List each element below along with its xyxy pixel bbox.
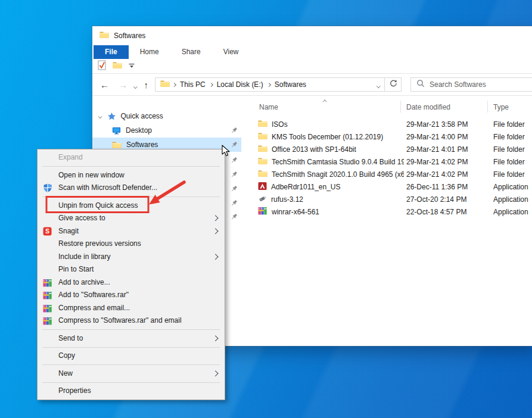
breadcrumb[interactable]: This PC Local Disk (E:) Softwares: [155, 77, 385, 92]
file-type: Application: [493, 195, 532, 204]
customize-toolbar-button[interactable]: [128, 61, 135, 71]
file-name-cell[interactable]: AdbeRdr1011_en_US: [256, 182, 404, 192]
file-type: Application: [493, 183, 532, 191]
up-button[interactable]: ↑: [144, 80, 149, 89]
winrar-icon: [42, 316, 52, 326]
breadcrumb-this-pc[interactable]: This PC: [180, 80, 206, 89]
menu-item-label: Copy: [58, 351, 75, 360]
file-type: File folder: [493, 120, 532, 129]
file-name-cell[interactable]: ISOs: [256, 120, 404, 129]
file-date-modified: 29-Mar-21 3:58 PM: [404, 120, 493, 129]
desktop-wallpaper: Softwares File Home Share View ← → ↑ Thi…: [0, 0, 532, 418]
sidebar-item-quick-access[interactable]: Quick access: [92, 109, 241, 123]
column-divider[interactable]: [487, 101, 488, 113]
menu-item-label: Restore previous versions: [58, 239, 141, 248]
menu-item-unpin-from-quick-access[interactable]: Unpin from Quick access: [38, 199, 225, 213]
winrar-icon: [258, 207, 267, 217]
folder-icon: [160, 80, 170, 89]
sidebar-item-desktop[interactable]: Desktop: [92, 123, 241, 138]
recent-locations-button[interactable]: [134, 79, 137, 90]
pin-icon[interactable]: [231, 157, 238, 164]
menu-item-copy[interactable]: Copy: [38, 350, 225, 363]
menu-separator: [42, 347, 220, 348]
pin-icon[interactable]: [231, 141, 238, 148]
column-header-name[interactable]: Name: [259, 103, 278, 111]
file-name: Office 2013 with SP1-64bit: [272, 145, 356, 154]
menu-item-new[interactable]: New: [38, 367, 225, 380]
refresh-icon: [389, 79, 397, 90]
breadcrumb-softwares[interactable]: Softwares: [275, 80, 306, 89]
file-name-cell[interactable]: Office 2013 with SP1-64bit: [256, 145, 404, 154]
file-name: rufus-3.12: [271, 195, 303, 204]
window-title: Softwares: [114, 32, 145, 40]
sort-ascending-icon: [323, 100, 326, 104]
menu-item-send-to[interactable]: Send to: [38, 332, 225, 345]
column-divider[interactable]: [400, 101, 401, 113]
file-row[interactable]: Office 2013 with SP1-64bit29-Mar-21 4:01…: [256, 143, 532, 155]
forward-button[interactable]: →: [119, 80, 127, 89]
rufus-icon: [258, 194, 267, 205]
file-name-cell[interactable]: winrar-x64-561: [256, 207, 404, 217]
column-header-type[interactable]: Type: [493, 103, 509, 111]
new-folder-button[interactable]: [113, 61, 122, 71]
file-row[interactable]: ISOs29-Mar-21 3:58 PMFile folder: [256, 118, 532, 130]
search-icon: [416, 79, 425, 90]
menu-item-label: Expand: [58, 153, 83, 161]
menu-item-snagit[interactable]: SSnagit: [38, 225, 225, 238]
file-type: File folder: [493, 145, 532, 154]
file-name-cell[interactable]: TechSmith Camtasia Studio 9.0.4 Build 19…: [256, 157, 404, 167]
file-row[interactable]: TechSmith Camtasia Studio 9.0.4 Build 19…: [256, 155, 532, 168]
submenu-arrow-icon: [212, 335, 217, 341]
file-row[interactable]: rufus-3.1227-Oct-20 2:14 PMApplication: [256, 193, 532, 205]
menu-item-compress-and-email[interactable]: Compress and email...: [38, 302, 225, 315]
menu-item-pin-to-start[interactable]: Pin to Start: [38, 263, 225, 276]
winrar-icon: [42, 291, 52, 301]
pin-icon[interactable]: [231, 127, 238, 134]
file-date-modified: 29-Mar-21 4:01 PM: [404, 145, 493, 154]
menu-item-label: Compress and email...: [58, 304, 130, 312]
search-input[interactable]: [430, 80, 519, 89]
file-row[interactable]: AdbeRdr1011_en_US26-Dec-11 1:36 PMApplic…: [256, 180, 532, 193]
menu-item-scan-with-microsoft-defender[interactable]: Scan with Microsoft Defender...: [38, 182, 225, 195]
menu-item-add-to-softwares-rar[interactable]: Add to "Softwares.rar": [38, 289, 225, 302]
file-type: File folder: [493, 133, 532, 141]
pin-icon[interactable]: [231, 171, 238, 178]
menu-item-include-in-library[interactable]: Include in library: [38, 251, 225, 264]
quick-access-star-icon: [107, 112, 116, 121]
tab-file[interactable]: File: [94, 45, 129, 59]
tab-view[interactable]: View: [212, 45, 250, 59]
breadcrumb-local-disk-e[interactable]: Local Disk (E:): [217, 80, 263, 89]
pin-icon[interactable]: [231, 185, 238, 192]
pin-icon[interactable]: [231, 213, 238, 220]
back-button[interactable]: ←: [100, 80, 109, 89]
folder-icon: [112, 141, 122, 149]
tab-home[interactable]: Home: [129, 45, 170, 59]
tab-share[interactable]: Share: [170, 45, 212, 59]
properties-check-icon: [98, 60, 107, 73]
file-row[interactable]: TechSmith Snagit 2020.1.0 Build 4965 (x6…: [256, 168, 532, 180]
file-name: TechSmith Camtasia Studio 9.0.4 Build 19…: [272, 158, 404, 166]
address-dropdown-button[interactable]: [377, 80, 380, 89]
pin-icon[interactable]: [231, 199, 238, 207]
column-header-date-modified[interactable]: Date modified: [406, 103, 450, 111]
menu-item-compress-to-softwares-rar-and-email[interactable]: Compress to "Softwares.rar" and email: [38, 314, 225, 327]
menu-item-add-to-archive[interactable]: Add to archive...: [38, 276, 225, 289]
context-menu: ExpandOpen in new windowScan with Micros…: [37, 149, 225, 400]
menu-item-open-in-new-window[interactable]: Open in new window: [38, 169, 225, 182]
menu-item-expand[interactable]: Expand: [38, 151, 225, 164]
refresh-button[interactable]: [385, 77, 402, 92]
file-name: TechSmith Snagit 2020.1.0 Build 4965 (x6…: [272, 170, 404, 179]
file-name-cell[interactable]: rufus-3.12: [256, 194, 404, 205]
menu-item-restore-previous-versions[interactable]: Restore previous versions: [38, 238, 225, 251]
submenu-arrow-icon: [212, 254, 217, 259]
search-box[interactable]: [410, 77, 532, 92]
file-name-cell[interactable]: TechSmith Snagit 2020.1.0 Build 4965 (x6…: [256, 170, 404, 179]
submenu-arrow-icon: [212, 216, 217, 221]
menu-item-properties[interactable]: Properties: [38, 385, 225, 398]
file-row[interactable]: KMS Tools December (01.12.2019)29-Mar-21…: [256, 130, 532, 143]
file-row[interactable]: winrar-x64-56122-Oct-18 4:57 PMApplicati…: [256, 205, 532, 218]
menu-item-give-access-to[interactable]: Give access to: [38, 212, 225, 225]
expander-chevron-icon[interactable]: [98, 114, 102, 118]
file-name-cell[interactable]: KMS Tools December (01.12.2019): [256, 132, 404, 142]
properties-button[interactable]: [98, 60, 107, 73]
